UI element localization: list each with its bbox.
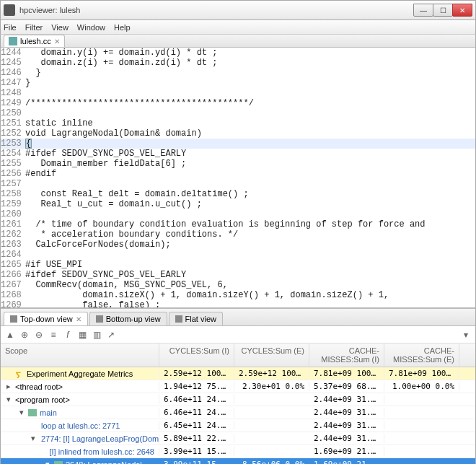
code-line[interactable]: 1255 Domain_member fieldData[6] ; xyxy=(1,159,475,169)
twisty-icon[interactable]: ▾ xyxy=(44,460,51,464)
close-icon[interactable]: ✕ xyxy=(76,315,81,323)
code-text: static inline xyxy=(25,118,475,128)
code-line[interactable]: 1256#endif xyxy=(1,169,475,179)
code-line[interactable]: 1249/***********************************… xyxy=(1,98,475,108)
scope-label[interactable]: [I] inlined from lulesh.cc: 2648 xyxy=(49,447,154,456)
code-line[interactable]: 1250 xyxy=(1,108,475,118)
code-line[interactable]: 1257 xyxy=(1,179,475,189)
code-line[interactable]: 1260 xyxy=(1,209,475,219)
flame-icon[interactable]: ▲ xyxy=(5,330,15,340)
scope-label[interactable]: main xyxy=(40,408,57,417)
csv-icon[interactable]: ▦ xyxy=(77,330,87,340)
code-line[interactable]: 1261 /* time of boundary condition evalu… xyxy=(1,219,475,229)
scope-label[interactable]: 2648: LagrangeNodal xyxy=(66,460,142,465)
table-row[interactable]: ∑Experiment Aggregate Metrics2.59e+12 10… xyxy=(1,367,475,380)
code-line[interactable]: 1244 domain.y(i) += domain.yd(i) * dt ; xyxy=(1,48,475,58)
tab-flat[interactable]: Flat view xyxy=(169,312,223,325)
dropdown-icon[interactable]: ▾ xyxy=(461,330,471,340)
scope-label: <program root> xyxy=(15,395,70,404)
code-text: #ifdef SEDOV_SYNC_POS_VEL_EARLY xyxy=(25,149,475,159)
code-line[interactable]: 1259 Real_t u_cut = domain.u_cut() ; xyxy=(1,199,475,209)
scope-label[interactable]: 2774: [I] LagrangeLeapFrog(Domain&) xyxy=(41,434,159,443)
code-line[interactable]: 1265#if USE_MPI xyxy=(1,260,475,270)
code-line[interactable]: 1263 CalcForceForNodes(domain); xyxy=(1,240,475,250)
code-text: #endif xyxy=(25,169,475,179)
code-text xyxy=(25,209,475,219)
code-text: /***************************************… xyxy=(25,98,475,108)
line-number: 1257 xyxy=(1,179,25,189)
expand-icon[interactable]: ≡ xyxy=(48,330,58,340)
fx-icon[interactable]: f xyxy=(63,330,73,340)
code-line[interactable]: 1266#ifdef SEDOV_SYNC_POS_VEL_EARLY xyxy=(1,270,475,280)
col-cycles-i[interactable]: CYCLES:Sum (I) xyxy=(159,343,234,367)
line-number: 1260 xyxy=(1,209,25,219)
twisty-icon[interactable]: ▾ xyxy=(18,408,25,417)
procedure-icon xyxy=(28,409,37,416)
metric-cell: 1.00e+00 0.0% xyxy=(384,382,459,391)
code-line[interactable]: 1268 domain.sizeX() + 1, domain.sizeY() … xyxy=(1,290,475,300)
code-line[interactable]: 1267 CommRecv(domain, MSG_SYNC_POS_VEL, … xyxy=(1,280,475,290)
max-icon[interactable]: ↗ xyxy=(106,330,116,340)
sigma-icon: ∑ xyxy=(15,370,24,377)
menu-window[interactable]: Window xyxy=(77,23,105,32)
file-tab-label: lulesh.cc xyxy=(20,37,51,45)
twisty-icon[interactable]: ▸ xyxy=(5,382,12,391)
tab-top-down[interactable]: Top-down view ✕ xyxy=(4,312,88,325)
scope-cell: [I] inlined from lulesh.cc: 2648 xyxy=(1,447,159,456)
code-editor[interactable]: 1244 domain.y(i) += domain.yd(i) * dt ;1… xyxy=(1,48,475,307)
line-number: 1262 xyxy=(1,229,25,240)
metric-cell: 2.59e+12 100 % xyxy=(234,369,309,378)
col-cache-i[interactable]: CACHE-MISSES:Sum (I) xyxy=(309,343,384,367)
table-row[interactable]: ▾2774: [I] LagrangeLeapFrog(Domain&)5.89… xyxy=(1,432,475,445)
line-number: 1263 xyxy=(1,240,25,250)
col-cache-e[interactable]: CACHE-MISSES:Sum (E) xyxy=(384,343,459,367)
line-number: 1266 xyxy=(1,270,25,280)
view-tabs: Top-down view ✕ Bottom-up view Flat view xyxy=(1,309,475,326)
close-icon[interactable]: ✕ xyxy=(54,38,60,45)
code-line[interactable]: 1253{ xyxy=(1,139,475,149)
columns-icon[interactable]: ▥ xyxy=(92,330,102,340)
zoom-out-icon[interactable]: ⊖ xyxy=(34,330,44,340)
code-line[interactable]: 1254#ifdef SEDOV_SYNC_POS_VEL_EARLY xyxy=(1,149,475,159)
table-row[interactable]: ▾<program root>6.46e+11 24.9%2.44e+09 31… xyxy=(1,393,475,406)
menu-file[interactable]: File xyxy=(4,23,17,32)
table-row[interactable]: ▸<thread root>1.94e+12 75.0%2.30e+01 0.0… xyxy=(1,380,475,393)
tab-bottom-up[interactable]: Bottom-up view xyxy=(89,312,167,325)
code-line[interactable]: 1248 xyxy=(1,88,475,98)
code-line[interactable]: 1262 * acceleration boundary conditions.… xyxy=(1,229,475,240)
code-line[interactable]: 1252void LagrangeNodal(Domain& domain) xyxy=(1,128,475,139)
col-cycles-e[interactable]: CYCLES:Sum (E) xyxy=(234,343,309,367)
menu-view[interactable]: View xyxy=(51,23,69,32)
code-line[interactable]: 1258 const Real_t delt = domain.deltatim… xyxy=(1,189,475,199)
code-text: false, false) ; xyxy=(25,300,475,307)
col-scope[interactable]: Scope xyxy=(1,343,159,367)
code-line[interactable]: 1251static inline xyxy=(1,118,475,128)
table-row[interactable]: ▾main6.46e+11 24.9%2.44e+09 31.2% xyxy=(1,406,475,419)
table-row[interactable]: [I] inlined from lulesh.cc: 26483.99e+11… xyxy=(1,445,475,458)
code-line[interactable]: 1246 } xyxy=(1,68,475,78)
menu-help[interactable]: Help xyxy=(114,23,131,32)
zoom-in-icon[interactable]: ⊕ xyxy=(19,330,30,340)
scope-label[interactable]: loop at lulesh.cc: 2771 xyxy=(41,421,120,430)
metric-cell: 5.37e+09 68.8% xyxy=(309,382,384,391)
table-row[interactable]: ▾2648: LagrangeNodal3.99e+11 15.4%8.56e+… xyxy=(1,458,475,464)
line-number: 1249 xyxy=(1,98,25,108)
file-tab-lulesh[interactable]: lulesh.cc ✕ xyxy=(4,35,65,47)
code-line[interactable]: 1247} xyxy=(1,78,475,88)
metrics-table[interactable]: Scope CYCLES:Sum (I) CYCLES:Sum (E) CACH… xyxy=(1,343,475,464)
scope-cell: ∑Experiment Aggregate Metrics xyxy=(1,369,159,378)
menu-filter[interactable]: Filter xyxy=(25,23,43,32)
maximize-button[interactable]: ☐ xyxy=(433,4,453,17)
metric-cell: 7.81e+09 100 % xyxy=(384,369,459,378)
metric-cell: 2.44e+09 31.2% xyxy=(309,421,384,430)
twisty-icon[interactable]: ▾ xyxy=(31,434,35,443)
code-line[interactable]: 1264 xyxy=(1,250,475,260)
code-line[interactable]: 1269 false, false) ; xyxy=(1,300,475,307)
twisty-icon[interactable]: ▾ xyxy=(5,395,12,404)
table-row[interactable]: loop at lulesh.cc: 27716.45e+11 24.9%2.4… xyxy=(1,419,475,432)
minimize-button[interactable]: — xyxy=(413,4,433,17)
code-line[interactable]: 1245 domain.z(i) += domain.zd(i) * dt ; xyxy=(1,58,475,68)
app-icon xyxy=(4,4,15,16)
metric-cell: 6.45e+11 24.9% xyxy=(159,421,234,430)
close-button[interactable]: ✕ xyxy=(452,4,472,17)
